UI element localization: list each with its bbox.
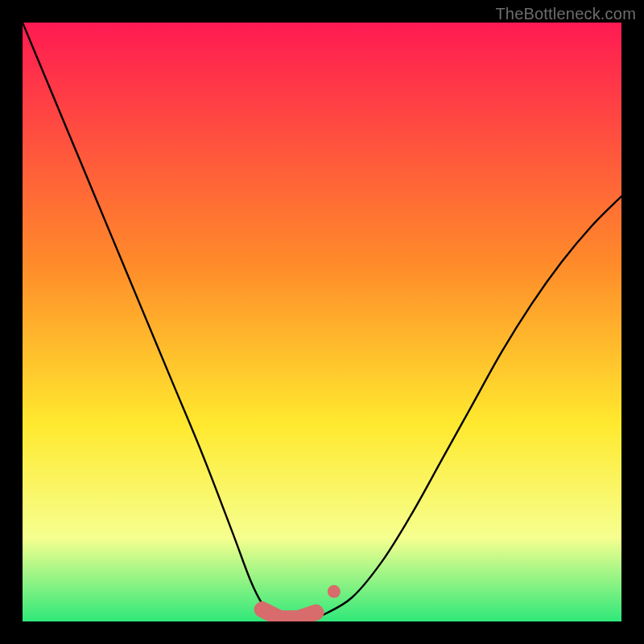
plateau-marker xyxy=(262,609,316,618)
chart-frame: TheBottleneck.com xyxy=(0,0,644,644)
watermark-text: TheBottleneck.com xyxy=(495,5,636,23)
chart-svg xyxy=(23,23,621,621)
upper-dot-marker xyxy=(328,585,341,598)
plot-area xyxy=(23,23,621,621)
gradient-background xyxy=(23,23,621,621)
